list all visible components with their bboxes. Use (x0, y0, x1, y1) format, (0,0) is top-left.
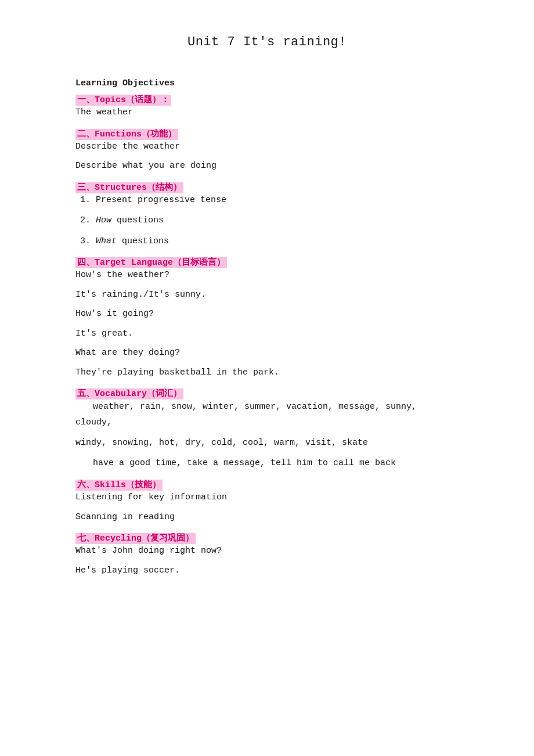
structures-heading-text: 三、Structures（结构） (75, 182, 183, 193)
page-title: Unit 7 It's raining! (75, 35, 459, 49)
functions-heading: 二、Functions（功能） (75, 128, 459, 139)
section-functions: 二、Functions（功能） Describe the weather Des… (75, 128, 459, 174)
functions-line-2: Describe what you are doing (75, 159, 459, 174)
recycling-heading-text: 七、Recycling（复习巩固） (75, 533, 196, 544)
vocab-line-1: weather, rain, snow, winter, summer, vac… (75, 399, 459, 430)
vocab-line-2: windy, snowing, hot, dry, cold, cool, wa… (75, 435, 459, 451)
structures-italic-3: What (96, 236, 117, 246)
topics-heading-text: 一、Topics（话题）： (75, 95, 171, 106)
structures-item-3: 3. What questions (75, 234, 459, 249)
target-line-6: They're playing basketball in the park. (75, 365, 459, 380)
structures-heading: 三、Structures（结构） (75, 182, 459, 193)
topics-heading: 一、Topics（话题）： (75, 94, 459, 105)
vocabulary-heading: 五、Vocabulary（词汇） (75, 388, 459, 399)
target-language-heading: 四、Target Language（目标语言） (75, 257, 459, 268)
structures-item-1: 1. Present progressive tense (75, 193, 459, 208)
section-vocabulary: 五、Vocabulary（词汇） weather, rain, snow, wi… (75, 388, 459, 471)
skills-heading-text: 六、Skills（技能） (75, 480, 163, 491)
section-target-language: 四、Target Language（目标语言） How's the weathe… (75, 257, 459, 380)
target-language-heading-text: 四、Target Language（目标语言） (75, 257, 227, 268)
recycling-line-1: What's John doing right now? (75, 543, 459, 559)
structures-rest-3: questions (117, 236, 169, 246)
vocabulary-heading-text: 五、Vocabulary（词汇） (75, 388, 183, 399)
target-line-1: How's the weather? (75, 268, 459, 283)
vocab-line-3: have a good time, take a message, tell h… (75, 455, 459, 471)
structures-italic-2: How (96, 215, 111, 225)
structures-text-1: Present progressive tense (96, 195, 226, 205)
structures-rest-2: questions (111, 215, 164, 225)
target-line-3: How's it going? (75, 307, 459, 322)
structures-num-3: 3. (80, 236, 91, 246)
topics-line-1: The weather (75, 105, 459, 120)
learning-objectives-label: Learning Objectives (75, 78, 459, 88)
target-line-2: It's raining./It's sunny. (75, 287, 459, 303)
structures-item-2: 2. How questions (75, 213, 459, 228)
structures-num-1: 1. (80, 195, 91, 205)
structures-num-2: 2. (80, 215, 91, 225)
skills-heading: 六、Skills（技能） (75, 479, 459, 490)
target-line-4: It's great. (75, 326, 459, 341)
recycling-line-2: He's playing soccer. (75, 563, 459, 578)
section-recycling: 七、Recycling（复习巩固） What's John doing righ… (75, 532, 459, 578)
recycling-heading: 七、Recycling（复习巩固） (75, 532, 459, 543)
section-topics: 一、Topics（话题）： The weather (75, 94, 459, 120)
target-line-5: What are they doing? (75, 345, 459, 361)
skills-line-2: Scanning in reading (75, 510, 459, 525)
functions-heading-text: 二、Functions（功能） (75, 129, 178, 140)
functions-line-1: Describe the weather (75, 139, 459, 154)
section-skills: 六、Skills（技能） Listening for key informati… (75, 479, 459, 524)
skills-line-1: Listening for key information (75, 490, 459, 505)
section-structures: 三、Structures（结构） 1. Present progressive … (75, 182, 459, 249)
